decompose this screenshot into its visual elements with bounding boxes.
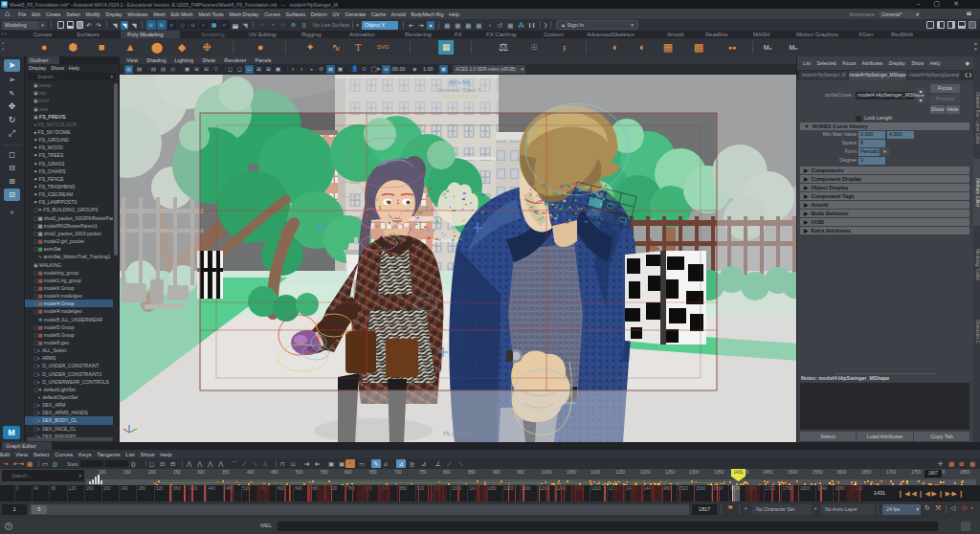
svg-text:CAPS LOCK ON: CAPS LOCK ON bbox=[441, 94, 478, 100]
svg-text:FS_PREVIS: FS_PREVIS bbox=[443, 431, 470, 436]
svg-text:960 x 540: 960 x 540 bbox=[449, 79, 470, 85]
svg-text:Symmetry: Object X: Symmetry: Object X bbox=[438, 87, 481, 93]
